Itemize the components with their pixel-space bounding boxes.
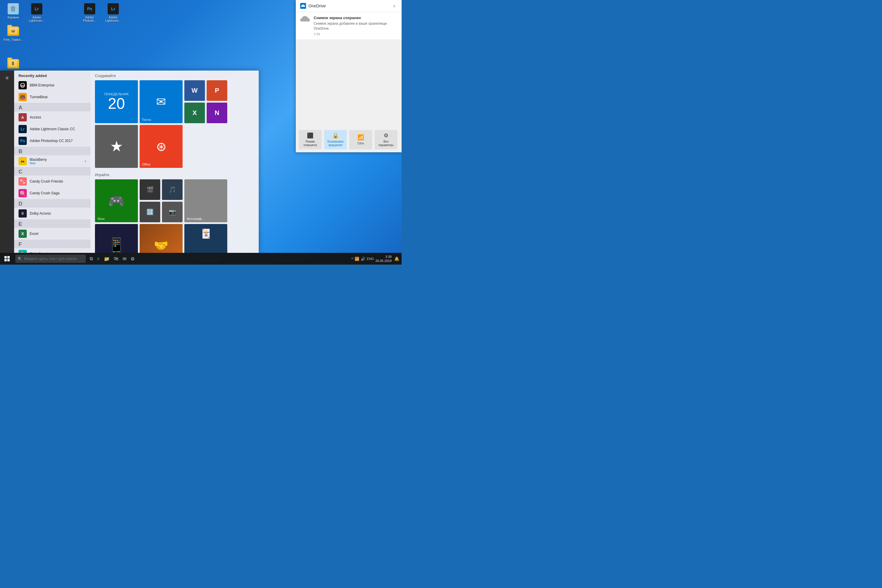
app-icon-fitbit: 💪 [18,250,27,253]
camera-icon: 🎵 [169,186,176,193]
office-label: Office [142,163,150,166]
explorer-taskbar-icon[interactable]: 📁 [103,255,111,262]
svg-rect-7 [4,259,7,261]
desktop-icon-lightroom1[interactable]: Lr Adobe Lightroom... [27,3,47,22]
app-icon-access: A [18,113,27,122]
tile-candy-crush-friends[interactable]: 🤝 [140,224,183,253]
tile-solitaire[interactable]: Microsoft Solitaire Collection 🃏 [184,224,227,253]
tile-film[interactable]: 🎬 [140,179,160,200]
app-name-photoshop: Adobe Photoshop CC 2017 [30,139,73,143]
onedrive-icon [300,3,306,9]
desktop-icon-label: Adobe Lightroom... [103,16,123,22]
office-row1: W P [184,80,227,101]
recently-added-label: Recently added [14,70,90,80]
volume-icon[interactable]: 🔊 [361,256,366,261]
notification-close-btn[interactable]: ∧ [392,3,397,9]
action-center-buttons: ⬛ Режим планшета 🔒 Блокировка вращения 📶… [296,127,402,152]
app-name-lightroom: Adobe Lightroom Classic CC [30,127,75,131]
notification-time: 3:38 [314,32,397,36]
desktop-icon-label: Adobe Lightroom... [27,16,47,22]
network-tray-icon[interactable]: 📶 [355,256,359,261]
tile-calendar[interactable]: понедельник 20 [95,80,138,123]
tile-xbox[interactable]: 🎮 Xbox [95,179,138,222]
tile-excel[interactable]: X [184,103,205,123]
tile-webcam[interactable]: 📷 [162,202,183,222]
tile-app-candy[interactable]: 📱 [95,224,138,253]
xbox-icon: 🎮 [108,193,124,209]
desktop-icon-label: Adobe Photosh... [80,16,100,22]
tablet-mode-button[interactable]: ⬛ Режим планшета [299,130,322,149]
notification-body: Снимок экрана сохранен Снимок экрана доб… [296,12,402,39]
solitaire-icon: 🃏 [201,228,212,239]
xbox-label: Xbox [98,217,105,220]
tile-camera[interactable]: 🎵 [162,179,183,200]
office-icon: ⊛ [156,140,166,154]
app-item-blackberry[interactable]: BB BlackBerry New ▾ [14,155,90,167]
app-icon-excel: X [18,230,27,238]
search-bar[interactable]: 🔍 [15,255,86,263]
tile-photos[interactable]: Фотограф... [184,179,227,222]
app-item-fitbit[interactable]: 💪 Fitbit Coach [14,248,90,253]
hamburger-icon[interactable]: ≡ [4,74,10,82]
tile-mail[interactable]: ✉ Почта [140,80,183,123]
app-item-tunnelbear[interactable]: 🐻 TunnelBear [14,91,90,103]
film-icon: 🎬 [146,186,154,193]
settings-taskbar-icon[interactable]: ⚙ [130,255,135,262]
start-sidebar: ≡ [0,70,14,253]
search-input[interactable] [24,256,84,261]
app-item-photoshop[interactable]: Ps Adobe Photoshop CC 2017 [14,135,90,147]
svg-text:BB: BB [21,84,24,87]
language-indicator[interactable]: ENG [367,257,374,261]
system-clock[interactable]: 3:39 20.05.2019 [375,255,392,263]
collapse-icon: ▾ [85,160,86,163]
app-item-candy-friends[interactable]: 🍬 Candy Crush Friends [14,176,90,187]
network-label: Сеть [357,142,364,145]
app-icon-lightroom: Lr [18,125,27,133]
app-item-lightroom[interactable]: Lr Adobe Lightroom Classic CC [14,123,90,135]
app-icon-photoshop: Ps [18,137,27,145]
edge-taskbar-icon[interactable]: e [96,255,100,262]
mail-taskbar-icon[interactable]: ✉ [122,255,127,262]
app-item-access[interactable]: A Access [14,111,90,123]
task-view-icon[interactable]: ⧉ [89,255,94,262]
rotation-lock-icon: 🔒 [332,132,339,139]
app-name-blackberry: BlackBerry New [30,158,47,165]
rotation-lock-button[interactable]: 🔒 Блокировка вращения [324,130,347,149]
desktop-icon-photoshop[interactable]: Ps Adobe Photosh... [80,3,100,22]
tiles-group-play: Играйте 🎮 Xbox 🎬 🎵 [95,172,254,253]
office-row2: X N [184,103,227,123]
tile-office[interactable]: ⊛ Office [140,125,183,168]
notification-bell-icon[interactable]: 🔔 [394,256,399,261]
app-item-candy-saga[interactable]: 🍭 Candy Crush Saga [14,187,90,199]
app-icon-blackberry: BB [18,157,27,165]
settings-button[interactable]: ⚙ Все параметры [375,130,398,149]
app-item-bbm[interactable]: BB BBM Enterprise [14,80,90,91]
webcam-icon: 📷 [169,208,176,216]
mail-label: Почта [142,118,151,122]
app-name-excel: Excel [30,232,38,236]
app-icon-tunnelbear: 🐻 [18,93,27,101]
app-item-excel[interactable]: X Excel [14,228,90,240]
app-item-dolby[interactable]: D Dolby Access [14,208,90,219]
play-tiles-row2: 📱 🤝 Microsoft Solitaire Collection 🃏 [95,224,254,253]
calendar-date: 20 [108,96,125,111]
desktop-icon-recycle-bin[interactable]: 🗑 Корзина [3,3,24,22]
chevron-up-icon[interactable]: ^ [351,256,353,261]
desktop: 🗑 Корзина Lr Adobe Lightroom... Ps Adobe… [0,0,402,265]
tile-powerpoint[interactable]: P [207,80,227,101]
ppt-icon: P [215,87,219,94]
create-tiles-row2: ★ ⊛ Office [95,125,254,168]
network-button[interactable]: 📶 Сеть [349,130,372,149]
tile-favorites[interactable]: ★ [95,125,138,168]
start-button[interactable] [0,253,14,265]
tile-onenote[interactable]: N [207,103,227,123]
rotation-lock-label: Блокировка вращения [326,140,345,147]
taskbar: 🔍 ⧉ e 📁 🛍 ✉ ⚙ ^ 📶 🔊 ENG 3:39 20.05.2019 … [0,253,402,265]
tile-word[interactable]: W [184,80,205,101]
desktop-icon-lightroom2[interactable]: Lr Adobe Lightroom... [103,3,123,22]
candy-app-icon: 📱 [107,237,126,253]
tile-calc[interactable]: 🔢 [140,202,160,222]
desktop-icons-row1: 🗑 Корзина Lr Adobe Lightroom... Ps Adobe… [3,3,123,22]
desktop-icon-free-traktor[interactable]: 📦 Free_Traktor... [3,27,24,42]
store-taskbar-icon[interactable]: 🛍 [113,255,119,262]
